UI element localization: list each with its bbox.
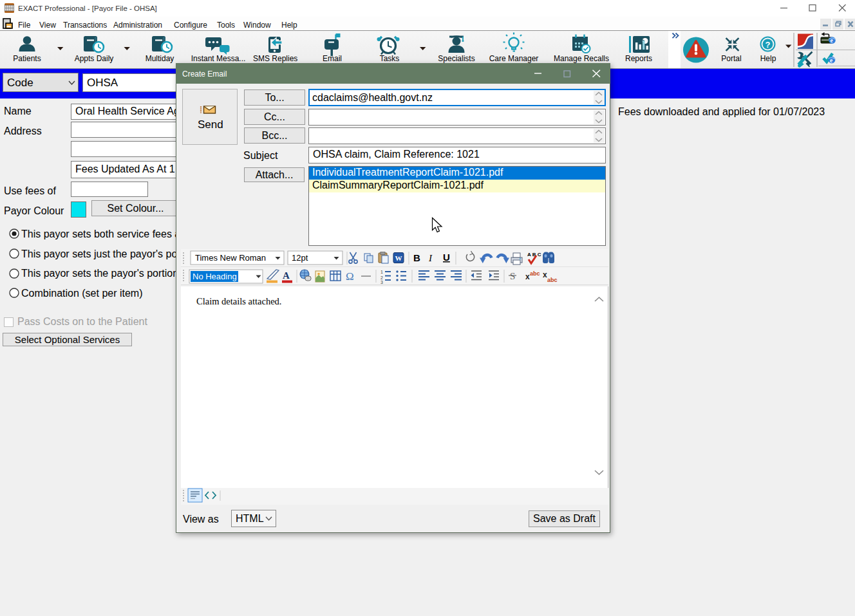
svg-text:A: A <box>283 270 290 281</box>
svg-text:?: ? <box>766 40 771 50</box>
svg-text:3: 3 <box>381 280 383 285</box>
svg-text:12pt: 12pt <box>292 253 308 263</box>
svg-text:B: B <box>413 252 420 263</box>
svg-text:1: 1 <box>381 270 383 274</box>
svg-text:abc: abc <box>530 270 540 277</box>
svg-text:No Heading: No Heading <box>193 272 237 281</box>
svg-text:W: W <box>395 254 402 262</box>
svg-text:abc: abc <box>547 277 558 283</box>
svg-text:2: 2 <box>381 275 383 280</box>
svg-text:S: S <box>510 271 515 281</box>
svg-text:A B C: A B C <box>527 252 541 257</box>
svg-text:U: U <box>443 252 450 263</box>
svg-text:x: x <box>543 270 547 279</box>
svg-text:I: I <box>428 253 433 263</box>
svg-text:Ω: Ω <box>346 270 354 283</box>
svg-text:x: x <box>525 272 530 281</box>
svg-text:Times New Roman: Times New Roman <box>195 253 266 263</box>
